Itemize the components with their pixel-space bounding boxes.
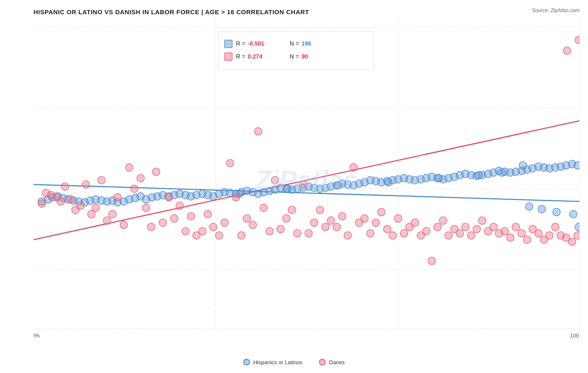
svg-point-173 (226, 159, 234, 167)
svg-point-210 (434, 223, 441, 231)
svg-point-197 (361, 215, 368, 222)
svg-text:-0.501: -0.501 (248, 40, 264, 47)
svg-point-151 (103, 217, 111, 224)
svg-point-149 (92, 204, 100, 212)
svg-point-129 (385, 179, 392, 186)
svg-point-182 (277, 225, 284, 233)
svg-point-181 (271, 176, 279, 184)
svg-point-144 (66, 196, 74, 203)
svg-point-218 (478, 217, 486, 224)
svg-point-190 (322, 223, 329, 231)
legend-label-danes: Danes (329, 359, 345, 365)
svg-point-156 (130, 185, 138, 192)
svg-point-127 (475, 171, 483, 179)
svg-point-222 (501, 227, 509, 235)
svg-point-223 (506, 234, 514, 241)
svg-point-171 (215, 232, 223, 239)
svg-point-166 (187, 212, 195, 220)
svg-point-134 (553, 208, 560, 216)
svg-text:N =: N = (290, 53, 299, 60)
svg-point-172 (221, 219, 228, 226)
svg-point-162 (165, 193, 172, 201)
svg-point-133 (570, 210, 577, 218)
svg-point-169 (204, 210, 212, 218)
svg-text:0.0%: 0.0% (33, 332, 40, 339)
svg-point-215 (462, 223, 469, 231)
chart-title: HISPANIC OR LATINO VS DANISH IN LABOR FO… (33, 8, 580, 15)
svg-text:90: 90 (302, 53, 308, 60)
svg-point-126 (519, 161, 527, 169)
svg-point-136 (525, 203, 533, 210)
svg-point-204 (400, 230, 408, 237)
svg-rect-16 (225, 40, 232, 48)
svg-point-208 (422, 227, 430, 235)
svg-point-158 (142, 204, 150, 212)
svg-point-131 (284, 185, 291, 192)
svg-point-216 (468, 232, 475, 239)
svg-point-164 (176, 202, 184, 209)
svg-point-203 (394, 215, 402, 222)
svg-point-125 (498, 169, 506, 176)
svg-point-193 (338, 212, 346, 220)
legend-label-hispanics: Hispanics or Latinos (253, 359, 302, 365)
svg-point-135 (538, 205, 546, 213)
svg-text:0.274: 0.274 (248, 53, 262, 60)
svg-point-188 (310, 219, 318, 226)
svg-point-212 (445, 232, 453, 239)
svg-point-124 (574, 161, 580, 169)
svg-point-155 (125, 164, 133, 171)
svg-point-150 (98, 176, 105, 184)
svg-point-217 (473, 225, 481, 233)
svg-point-138 (38, 200, 46, 207)
svg-point-191 (327, 217, 335, 224)
svg-point-176 (243, 215, 251, 222)
svg-point-214 (456, 230, 464, 237)
svg-point-201 (383, 225, 391, 233)
scatter-chart: 100.0% 80.0% 60.0% 40.0% 0.0% 100.0% In … (33, 19, 580, 342)
legend-item-danes: Danes (319, 359, 345, 365)
svg-point-170 (210, 223, 217, 231)
svg-point-143 (61, 183, 69, 190)
svg-point-211 (439, 217, 447, 224)
svg-point-184 (288, 206, 296, 214)
svg-line-27 (33, 121, 580, 240)
svg-point-186 (299, 181, 307, 188)
svg-point-194 (344, 232, 351, 239)
svg-point-198 (367, 230, 374, 237)
svg-point-168 (199, 227, 206, 235)
svg-point-235 (574, 232, 580, 239)
svg-text:R =: R = (236, 40, 245, 47)
svg-point-128 (435, 174, 442, 182)
svg-point-230 (546, 232, 553, 239)
svg-point-152 (109, 210, 116, 218)
legend-dot-blue (243, 359, 250, 365)
svg-point-183 (283, 215, 290, 222)
svg-point-199 (372, 219, 380, 226)
svg-point-160 (152, 168, 160, 176)
svg-text:196: 196 (302, 40, 312, 47)
svg-point-174 (232, 193, 240, 201)
svg-point-206 (411, 219, 419, 226)
legend-item-hispanics: Hispanics or Latinos (243, 359, 302, 365)
svg-point-234 (568, 238, 576, 245)
svg-point-130 (334, 181, 342, 189)
chart-legend: Hispanics or Latinos Danes (243, 359, 345, 365)
svg-point-146 (77, 202, 84, 209)
svg-point-137 (575, 223, 580, 231)
svg-point-179 (260, 204, 267, 212)
svg-point-177 (249, 221, 256, 229)
svg-text:N =: N = (290, 40, 299, 47)
svg-text:100.0%: 100.0% (570, 332, 580, 339)
chart-container: HISPANIC OR LATINO VS DANISH IN LABOR FO… (0, 0, 588, 373)
svg-text:R =: R = (236, 53, 245, 60)
svg-point-225 (518, 230, 525, 237)
svg-point-157 (137, 174, 144, 182)
svg-point-236 (575, 36, 580, 44)
svg-point-153 (114, 193, 121, 201)
svg-point-159 (147, 223, 155, 231)
svg-point-189 (316, 206, 324, 214)
svg-point-228 (535, 230, 542, 237)
chart-area: ZiPatlas 100.0% 80.0% 60.0% 40.0% 0.0% 1… (33, 19, 580, 342)
svg-point-161 (159, 219, 166, 226)
svg-point-224 (512, 223, 519, 231)
